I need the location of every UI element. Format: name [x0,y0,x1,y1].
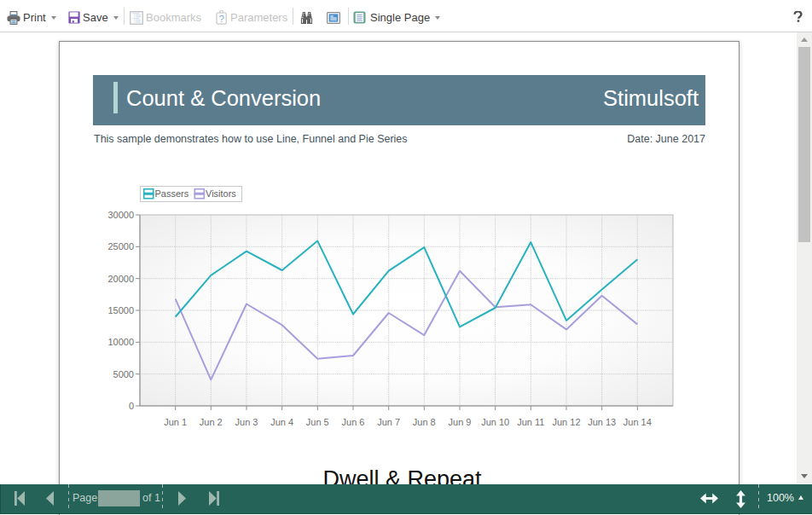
svg-text:Visitors: Visitors [206,188,236,199]
svg-text:Jun 7: Jun 7 [377,417,400,427]
svg-text:Jun 11: Jun 11 [517,417,544,427]
svg-text:Jun 3: Jun 3 [235,417,258,427]
svg-text:Passers: Passers [155,188,189,199]
svg-text:?: ? [218,14,223,24]
svg-text:Jun 10: Jun 10 [481,417,509,427]
svg-text:Jun 4: Jun 4 [270,417,293,427]
svg-text:10000: 10000 [107,337,134,347]
svg-text:Jun 12: Jun 12 [552,417,580,427]
svg-text:Jun 13: Jun 13 [588,417,616,427]
svg-text:Jun 8: Jun 8 [413,417,436,427]
svg-text:5000: 5000 [113,369,134,379]
svg-text:Jun 5: Jun 5 [306,417,329,427]
svg-text:Jun 1: Jun 1 [164,417,187,427]
svg-text:20000: 20000 [107,274,134,284]
svg-text:Jun 14: Jun 14 [624,417,652,427]
svg-text:Jun 6: Jun 6 [342,417,365,427]
svg-text:Jun 9: Jun 9 [449,417,472,427]
svg-text:0: 0 [129,401,134,411]
svg-text:Jun 2: Jun 2 [200,417,223,427]
svg-text:25000: 25000 [107,241,134,252]
svg-text:15000: 15000 [107,305,134,315]
svg-text:30000: 30000 [107,210,134,220]
